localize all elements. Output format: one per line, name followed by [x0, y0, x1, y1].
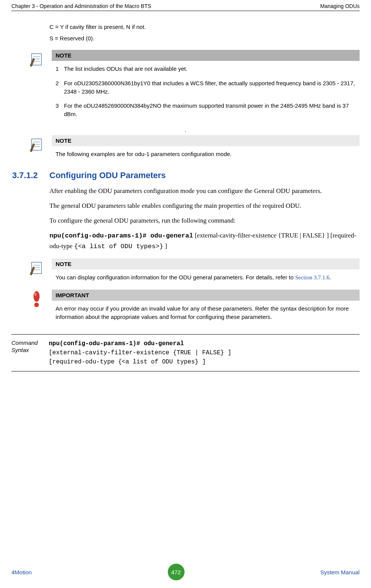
note3-text: You can display configuration informatio…	[52, 269, 360, 284]
footer-left: 4Motion	[11, 569, 32, 575]
important-text: An error may occur if you provide an inv…	[52, 301, 360, 323]
note3-text-after: .	[330, 274, 331, 280]
note1-item-2-text: For oDU23052360000N361by1Y0 that include…	[64, 79, 356, 96]
note-icon	[27, 258, 46, 284]
footer-right: System Manual	[320, 569, 360, 575]
syntax-code: npu(config-odu-params-1)# odu-general [e…	[49, 339, 360, 367]
note1-item-1: 1 The list includes ODUs that are not av…	[56, 65, 356, 73]
note1-item-3: 3 For the oDU24852690000N384by2NO the ma…	[56, 102, 356, 118]
header-left: Chapter 3 - Operation and Administration…	[11, 3, 151, 9]
header-right: Managing ODUs	[320, 3, 360, 9]
section-number: 3.7.1.2	[11, 171, 49, 180]
note-label: NOTE	[52, 135, 360, 146]
center-dot: .	[0, 127, 371, 133]
svg-point-12	[33, 291, 40, 302]
note1-item-1-text: The list includes ODUs that are not avai…	[64, 65, 187, 73]
note-block-2: NOTE The following examples are for odu-…	[27, 135, 360, 161]
note-block-3: NOTE You can display configuration infor…	[27, 258, 360, 284]
note-label: NOTE	[52, 50, 360, 61]
section-title: Configuring ODU Parameters	[49, 171, 166, 180]
section-para-2: The general ODU parameters table enables…	[49, 201, 360, 211]
svg-point-13	[34, 303, 39, 307]
note1-item-2: 2 For oDU23052360000N361by1Y0 that inclu…	[56, 79, 356, 96]
section-para-3: To configure the general ODU parameters,…	[49, 215, 360, 226]
syntax-label: Command Syntax	[11, 339, 49, 367]
note-label: NOTE	[52, 258, 360, 269]
intro-line-1: C = Y if cavity filter is present, N if …	[49, 22, 360, 32]
note2-text: The following examples are for odu-1 par…	[52, 146, 360, 161]
section-heading: 3.7.1.2 Configuring ODU Parameters	[11, 171, 360, 180]
cmd-mono-1: npu(config-odu-params-1)# odu-general	[49, 232, 193, 239]
page-number: 472	[168, 564, 185, 580]
page-footer: 4Motion 472 System Manual	[11, 564, 360, 580]
cmd-plain-2: ]	[163, 242, 167, 250]
note-block-1: NOTE 1 The list includes ODUs that are n…	[27, 50, 360, 121]
section-para-1: After enabling the ODU parameters config…	[49, 186, 360, 196]
syntax-line-3: [required-odu-type {<a list of ODU types…	[49, 357, 360, 367]
important-label: IMPORTANT	[52, 290, 360, 301]
svg-point-14	[34, 292, 37, 296]
command-syntax-row: Command Syntax npu(config-odu-params-1)#…	[11, 334, 360, 371]
header-divider	[11, 11, 360, 11]
syntax-line-2: [external-cavity-filter-existence {TRUE …	[49, 348, 360, 357]
important-icon	[27, 290, 46, 323]
note-icon	[27, 135, 46, 161]
note3-link[interactable]: Section 3.7.1.6	[295, 274, 330, 280]
note-icon	[27, 50, 46, 121]
intro-line-2: S = Reserved (0).	[49, 34, 360, 43]
section-command: npu(config-odu-params-1)# odu-general [e…	[49, 230, 360, 252]
page-header: Chapter 3 - Operation and Administration…	[0, 0, 371, 11]
important-block: IMPORTANT An error may occur if you prov…	[27, 290, 360, 323]
note1-item-3-text: For the oDU24852690000N384by2NO the maxi…	[64, 102, 356, 118]
cmd-mono-2: {<a list of ODU types>}	[74, 243, 164, 250]
note3-text-before: You can display configuration informatio…	[56, 274, 295, 280]
syntax-line-1: npu(config-odu-params-1)# odu-general	[49, 339, 360, 348]
